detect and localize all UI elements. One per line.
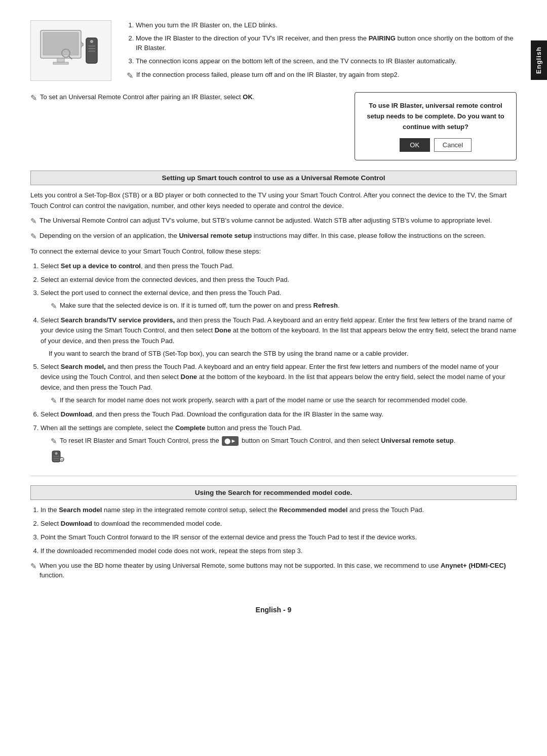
top-steps-list: When you turn the IR Blaster on, the LED… [136, 20, 517, 66]
step-2: Select an external device from the conne… [41, 275, 517, 285]
step-7: When all the settings are complete, sele… [41, 423, 517, 467]
page-footer: English - 9 [30, 601, 517, 614]
search-step-4: If the downloaded recommended model code… [41, 546, 517, 557]
step-5: Select Search model, and then press the … [41, 362, 517, 407]
svg-rect-15 [53, 460, 59, 461]
step-3-subnote-text: Make sure that the selected device is on… [60, 301, 340, 311]
step-7-subnote-text: To reset IR Blaster and Smart Touch Cont… [60, 436, 455, 446]
top-note-text: If the connection process failed, please… [136, 70, 399, 80]
stb-volume-note: ✎ The Universal Remote Control can adjus… [30, 216, 517, 227]
svg-rect-13 [53, 456, 59, 457]
note-icon-1: ✎ [30, 216, 37, 227]
smart-touch-steps: Select Set up a device to control, and t… [41, 261, 517, 467]
note-icon-5: ✎ [51, 395, 57, 407]
search-section: Using the Search for recommended model c… [30, 485, 517, 580]
remote-symbol: ⚙ [51, 449, 517, 467]
universal-setup-note: ✎ Depending on the version of an applica… [30, 231, 517, 242]
step-4: Select Search brands/TV service provider… [41, 315, 517, 359]
instructions-list: When you turn the IR Blaster on, the LED… [127, 20, 517, 82]
hdmi-cec-note: ✎ When you use the BD home theater by us… [30, 561, 517, 580]
remote-button-icon: ⬤► [222, 436, 239, 446]
top-note: ✎ If the connection process failed, plea… [127, 70, 517, 82]
hdmi-cec-text: When you use the BD home theater by usin… [40, 561, 517, 580]
dialog-ok-button[interactable]: OK [400, 138, 430, 152]
page-container: English [0, 0, 547, 756]
universal-note: ✎ To set an Universal Remote Control aft… [30, 92, 344, 104]
step-6: Select Download, and then press the Touc… [41, 409, 517, 420]
search-section-header: Using the Search for recommended model c… [30, 485, 517, 500]
svg-point-5 [90, 40, 93, 43]
step-3: Select the port used to connect the exte… [41, 288, 517, 312]
side-tab: English [531, 40, 547, 80]
stb-volume-text: The Universal Remote Control can adjust … [40, 216, 492, 226]
dialog-box: To use IR Blaster, universal remote cont… [355, 92, 517, 160]
note-icon-2: ✎ [30, 231, 37, 242]
follow-steps-text: To connect the external device to your S… [30, 246, 517, 257]
top-step-1: When you turn the IR Blaster on, the LED… [136, 20, 517, 30]
search-step-2: Select Download to download the recommen… [41, 519, 517, 529]
device-image [30, 20, 111, 81]
step-4-extra: If you want to search the brand of STB (… [41, 349, 517, 359]
svg-rect-6 [88, 46, 95, 47]
step-1: Select Set up a device to control, and t… [41, 261, 517, 272]
step-5-subnote-text: If the search for model name does not wo… [60, 395, 467, 405]
svg-rect-7 [88, 48, 95, 49]
universal-setup-text: Depending on the version of an applicati… [40, 231, 486, 241]
svg-point-12 [55, 452, 58, 454]
note-icon-3a: ✎ [51, 301, 57, 312]
svg-rect-14 [53, 458, 59, 459]
note-icon-7: ✎ [51, 436, 57, 447]
universal-note-text: To set an Universal Remote Control after… [40, 92, 254, 102]
footer-text: English - 9 [256, 606, 292, 614]
dialog-message: To use IR Blaster, universal remote cont… [365, 101, 506, 132]
top-step-3: The connection icons appear on the botto… [136, 56, 517, 66]
note-icon-hdmi: ✎ [30, 561, 37, 572]
section-divider [30, 476, 517, 476]
svg-rect-8 [88, 51, 95, 52]
top-section: When you turn the IR Blaster on, the LED… [30, 20, 517, 82]
svg-rect-2 [57, 58, 64, 62]
search-step-3: Point the Smart Touch Control forward to… [41, 532, 517, 543]
dialog-buttons: OK Cancel [365, 138, 506, 152]
step-7-subnote: ✎ To reset IR Blaster and Smart Touch Co… [51, 436, 517, 447]
universal-pencil-icon: ✎ [30, 92, 37, 104]
svg-rect-3 [53, 62, 68, 64]
svg-text:⚙: ⚙ [61, 458, 63, 461]
svg-rect-1 [43, 32, 79, 55]
smart-touch-header: Setting up Smart touch control to use as… [30, 171, 517, 185]
search-steps: In the Search model name step in the int… [41, 505, 517, 556]
dialog-cancel-button[interactable]: Cancel [434, 138, 472, 152]
smart-touch-section: Setting up Smart touch control to use as… [30, 171, 517, 467]
smart-touch-intro: Lets you control a Set-Top-Box (STB) or … [30, 190, 517, 212]
top-step-2: Move the IR Blaster to the direction of … [136, 33, 517, 53]
search-step-1: In the Search model name step in the int… [41, 505, 517, 516]
pencil-icon: ✎ [127, 70, 133, 82]
step-3-subnote: ✎ Make sure that the selected device is … [51, 301, 517, 312]
step-5-subnote: ✎ If the search for model name does not … [51, 395, 517, 407]
